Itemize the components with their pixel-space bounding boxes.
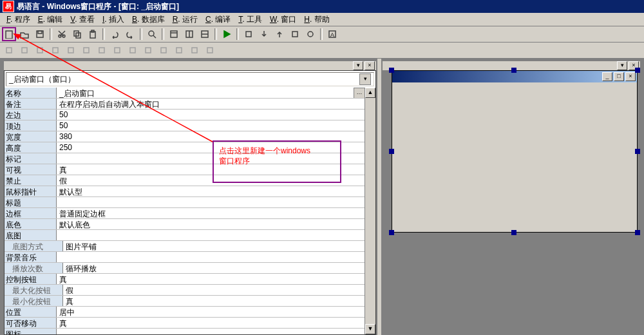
menu-item[interactable]: B. 数据库: [128, 13, 169, 26]
design-form[interactable]: _ □ ×: [392, 70, 638, 233]
tool-t3-button[interactable]: [48, 43, 62, 57]
tool-t6-button[interactable]: [95, 43, 109, 57]
object-selector-dropdown-icon[interactable]: ▾: [359, 73, 371, 85]
resize-handle[interactable]: [635, 149, 640, 154]
stop-button[interactable]: [288, 27, 302, 41]
copy-button[interactable]: [70, 27, 84, 41]
resize-handle[interactable]: [635, 68, 640, 73]
resize-handle[interactable]: [389, 149, 394, 154]
designer-menu-button[interactable]: ▾: [617, 61, 627, 70]
object-selector[interactable]: _启动窗口（窗口） ▾: [6, 72, 374, 86]
property-row[interactable]: 最大化按钮假: [5, 285, 365, 296]
property-value[interactable]: 默认底色: [57, 219, 365, 229]
property-value[interactable]: [57, 252, 365, 262]
tool-t11-button[interactable]: [172, 43, 186, 57]
redo-button[interactable]: [123, 27, 137, 41]
form-maximize-button[interactable]: □: [614, 72, 624, 81]
property-row[interactable]: 顶边50: [5, 120, 365, 131]
property-row[interactable]: 底图方式图片平铺: [5, 241, 365, 252]
property-row[interactable]: 鼠标指针默认型: [5, 186, 365, 197]
property-row[interactable]: 最小化按钮真: [5, 296, 365, 307]
property-row[interactable]: 控制按钮真: [5, 274, 365, 285]
resize-handle[interactable]: [389, 230, 394, 235]
property-value[interactable]: 假: [63, 285, 365, 295]
property-row[interactable]: 图标: [5, 329, 365, 334]
tool-t4-button[interactable]: [64, 43, 78, 57]
property-value[interactable]: 50: [57, 110, 365, 120]
property-scrollbar[interactable]: ▲ ▼: [365, 88, 375, 334]
property-value[interactable]: [57, 197, 365, 207]
menu-item[interactable]: I. 插入: [99, 13, 128, 26]
property-value[interactable]: 图片平铺: [63, 241, 365, 251]
property-row[interactable]: 底图: [5, 230, 365, 241]
property-row[interactable]: 底色默认底色: [5, 219, 365, 230]
menu-item[interactable]: R. 运行: [169, 13, 202, 26]
find-button[interactable]: [145, 27, 159, 41]
menu-item[interactable]: C. 编译: [202, 13, 234, 26]
tool-t9-button[interactable]: [141, 43, 155, 57]
step-button[interactable]: [242, 27, 256, 41]
menu-item[interactable]: T. 工具: [234, 13, 266, 26]
property-row[interactable]: 备注在程序启动后自动调入本窗口: [5, 99, 365, 110]
pane-close-button[interactable]: ×: [365, 61, 375, 70]
menu-item[interactable]: E. 编辑: [34, 13, 67, 26]
tool-t5-button[interactable]: [79, 43, 93, 57]
win3-button[interactable]: [198, 27, 212, 41]
tool-t10-button[interactable]: [156, 43, 171, 57]
tool-t1-button[interactable]: [17, 43, 32, 57]
menu-item[interactable]: F. 程序: [3, 13, 34, 26]
tool-t8-button[interactable]: [126, 43, 140, 57]
run-button[interactable]: [220, 27, 234, 41]
break-button[interactable]: [303, 27, 317, 41]
property-row[interactable]: 边框普通固定边框: [5, 208, 365, 219]
property-value[interactable]: [57, 329, 365, 334]
into-button[interactable]: [257, 27, 271, 41]
tool-t13-button[interactable]: [203, 43, 217, 57]
property-value[interactable]: 循环播放: [63, 263, 365, 273]
tool-t0-button[interactable]: [2, 43, 16, 57]
property-row[interactable]: 左边50: [5, 110, 365, 120]
pane-menu-button[interactable]: ▾: [353, 61, 363, 70]
out-button[interactable]: [272, 27, 287, 41]
undo-button[interactable]: [108, 27, 122, 41]
property-value[interactable]: 默认型: [57, 186, 365, 196]
property-row[interactable]: 背景音乐: [5, 252, 365, 263]
property-value[interactable]: 在程序启动后自动调入本窗口: [57, 99, 365, 109]
form-client-area[interactable]: [393, 84, 636, 231]
menu-item[interactable]: W. 窗口: [266, 13, 300, 26]
menu-item[interactable]: H. 帮助: [300, 13, 333, 26]
splitter[interactable]: [377, 59, 381, 335]
help-button[interactable]: A: [325, 27, 339, 41]
property-value[interactable]: [57, 230, 365, 240]
tool-t7-button[interactable]: [110, 43, 124, 57]
tool-t2-button[interactable]: [33, 43, 47, 57]
form-minimize-button[interactable]: _: [602, 72, 612, 81]
property-value[interactable]: 居中: [57, 307, 365, 317]
resize-handle[interactable]: [389, 68, 394, 73]
resize-handle[interactable]: [511, 68, 516, 73]
property-ellipsis-button[interactable]: …: [354, 88, 365, 98]
resize-handle[interactable]: [635, 230, 640, 235]
property-row[interactable]: 名称_启动窗口…: [5, 88, 365, 99]
tool-t12-button[interactable]: [187, 43, 202, 57]
menu-item[interactable]: V. 查看: [66, 13, 99, 26]
design-surface[interactable]: _ □ ×: [383, 70, 640, 335]
property-value[interactable]: _启动窗口…: [57, 88, 365, 98]
property-value[interactable]: 真: [57, 318, 365, 328]
property-row[interactable]: 位置居中: [5, 307, 365, 318]
cut-button[interactable]: [55, 27, 69, 41]
win1-button[interactable]: [167, 27, 181, 41]
property-row[interactable]: 标题: [5, 197, 365, 208]
property-row[interactable]: 播放次数循环播放: [5, 263, 365, 274]
resize-handle[interactable]: [511, 230, 516, 235]
paste-button[interactable]: [86, 27, 100, 41]
win2-button[interactable]: [182, 27, 196, 41]
property-value[interactable]: 50: [57, 120, 365, 131]
property-row[interactable]: 可否移动真: [5, 318, 365, 329]
property-value[interactable]: 真: [57, 274, 365, 284]
property-value[interactable]: 普通固定边框: [57, 208, 365, 218]
form-close-button[interactable]: ×: [625, 72, 636, 81]
save-button[interactable]: [33, 27, 47, 41]
open-button[interactable]: [17, 27, 32, 41]
scroll-down-button[interactable]: ▼: [365, 324, 375, 334]
